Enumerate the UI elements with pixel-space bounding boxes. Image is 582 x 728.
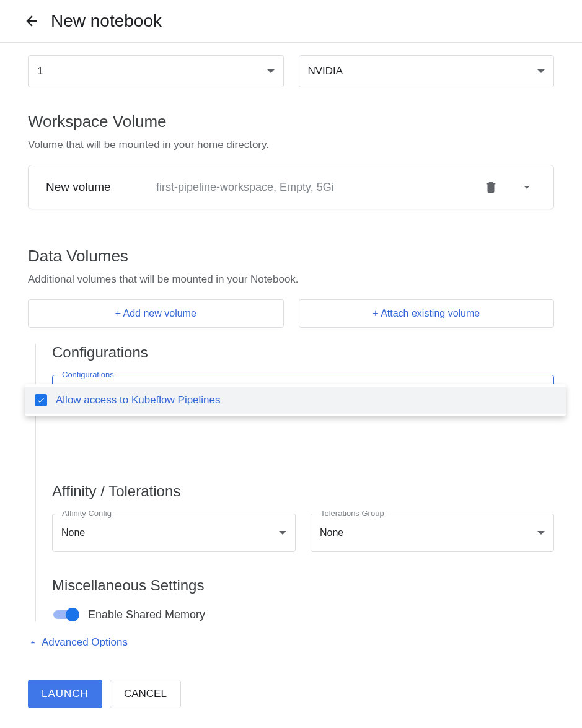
advanced-options-link[interactable]: Advanced Options [28,636,554,649]
dropdown-arrow-icon [537,68,545,75]
config-option-label: Allow access to Kubeflow Pipelines [56,394,221,406]
checkbox-checked-icon [35,394,47,406]
tolerations-group-value: None [320,527,343,538]
advanced-options-label: Advanced Options [42,636,128,649]
affinity-config-value: None [61,527,85,538]
dropdown-arrow-icon [267,68,275,75]
vendor-select[interactable]: NVIDIA [299,55,555,87]
vendor-value: NVIDIA [308,65,343,77]
volume-summary: first-pipeline-workspace, Empty, 5Gi [156,181,464,194]
chevron-up-icon [28,638,38,647]
shared-memory-toggle[interactable] [52,608,79,621]
add-new-volume-button[interactable]: + Add new volume [28,299,284,328]
dropdown-arrow-icon [279,529,286,537]
tolerations-group-label: Tolerations Group [317,509,387,518]
data-volumes-desc: Additional volumes that will be mounted … [28,273,554,286]
configurations-dropdown: Allow access to Kubeflow Pipelines [25,384,566,416]
back-arrow-icon[interactable] [24,13,40,29]
workspace-volume-card: New volume first-pipeline-workspace, Emp… [28,165,554,209]
expand-icon[interactable] [518,178,536,196]
affinity-tolerations-title: Affinity / Tolerations [52,483,554,500]
affinity-config-select[interactable]: Affinity Config None [52,514,296,552]
volume-label: New volume [46,180,139,194]
count-select[interactable]: 1 [28,55,284,87]
count-value: 1 [37,65,43,77]
workspace-volume-desc: Volume that will be mounted in your home… [28,139,554,151]
data-volumes-title: Data Volumes [28,247,554,266]
configurations-field-label: Configurations [59,370,117,379]
resource-row: 1 NVIDIA [28,55,554,87]
workspace-volume-title: Workspace Volume [28,112,554,131]
delete-icon[interactable] [482,178,500,196]
shared-memory-label: Enable Shared Memory [88,608,205,621]
attach-existing-volume-button[interactable]: + Attach existing volume [299,299,555,328]
affinity-config-label: Affinity Config [59,509,115,518]
configurations-select[interactable]: Configurations Allow access to Kubeflow … [52,375,554,414]
tolerations-group-select[interactable]: Tolerations Group None [311,514,554,552]
launch-button[interactable]: LAUNCH [28,680,102,708]
configurations-title: Configurations [52,344,554,361]
page-header: New notebook [0,0,582,43]
cancel-button[interactable]: CANCEL [110,680,181,708]
page-title: New notebook [51,11,162,31]
misc-settings-title: Miscellaneous Settings [52,577,554,594]
dropdown-arrow-icon [537,529,545,537]
config-option-kubeflow-pipelines[interactable]: Allow access to Kubeflow Pipelines [25,387,566,414]
